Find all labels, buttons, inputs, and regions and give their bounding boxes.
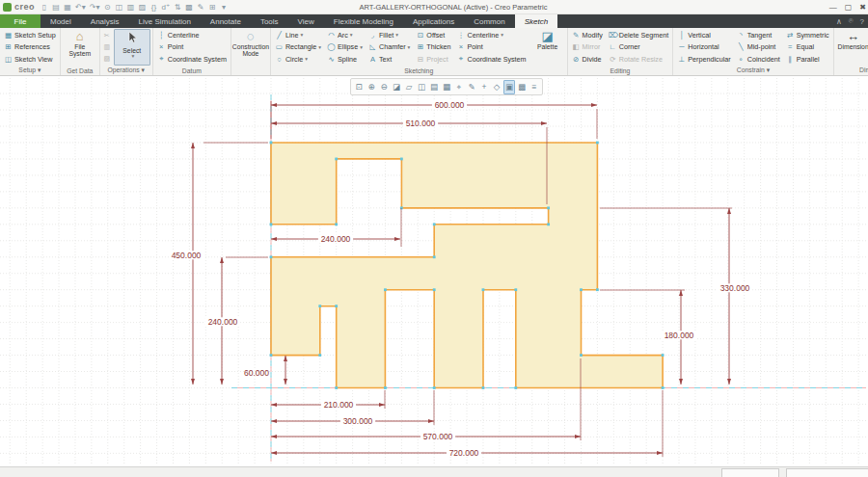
sketch-vertex[interactable] bbox=[433, 223, 436, 225]
sketch-vertex[interactable] bbox=[318, 354, 321, 357]
ribbon-item-chamfer[interactable]: ◺Chamfer▾ bbox=[366, 41, 412, 54]
ribbon-item-coordinate-system[interactable]: ⌖Coordinate System bbox=[454, 53, 528, 66]
display-style-icon[interactable]: ◫ bbox=[416, 80, 427, 94]
sketch-vertex[interactable] bbox=[662, 386, 665, 389]
sketch-canvas[interactable]: ⊡⊕⊖◪▱◫▤▦⌖✎+◇▣▩≡ 600.000510.000240.000210… bbox=[0, 76, 868, 466]
ribbon-item-perpendicular[interactable]: ⊥Perpendicular bbox=[675, 53, 732, 66]
ribbon-item-line[interactable]: ╱Line▾ bbox=[273, 29, 323, 41]
sketch-vertex[interactable] bbox=[270, 142, 273, 145]
sketch-vertex[interactable] bbox=[596, 288, 599, 291]
sketch-vertex[interactable] bbox=[482, 386, 485, 389]
sketch-vertex[interactable] bbox=[580, 354, 583, 357]
ribbon-item-arc[interactable]: ◠Arc▾ bbox=[325, 29, 365, 41]
ribbon-item-divide[interactable]: ⊘Divide bbox=[570, 53, 605, 66]
sketch-vertex[interactable] bbox=[580, 288, 583, 291]
ribbon-item-sketch-setup[interactable]: ▦Sketch Setup bbox=[2, 29, 58, 41]
zoom-out-icon[interactable]: ⊖ bbox=[378, 80, 390, 94]
dimension-value[interactable]: 240.000 bbox=[321, 234, 351, 244]
regenerate-icon[interactable]: ⊙ bbox=[103, 3, 111, 12]
tab-annotate[interactable]: Annotate bbox=[201, 14, 251, 28]
dimension-value[interactable]: 180.000 bbox=[665, 331, 694, 340]
zoom-in-icon[interactable]: ⊕ bbox=[366, 80, 377, 94]
datum-plus-icon[interactable]: d⁺ bbox=[161, 3, 170, 12]
dimension-value[interactable]: 210.000 bbox=[324, 400, 354, 410]
saved-orientations-icon[interactable]: ▤ bbox=[428, 80, 440, 94]
sketch-vertex[interactable] bbox=[335, 158, 338, 161]
ribbon-item-offset[interactable]: ⊡Offset bbox=[414, 29, 452, 41]
sketch-vertex[interactable] bbox=[270, 354, 273, 357]
selection-filter-box[interactable] bbox=[786, 468, 868, 477]
datum-display-filters-icon[interactable]: ⌖ bbox=[453, 80, 465, 94]
refit-icon[interactable]: ⊡ bbox=[353, 80, 365, 94]
sketch-vertex[interactable] bbox=[384, 386, 387, 389]
tab-view[interactable]: View bbox=[288, 14, 324, 28]
undo-icon[interactable]: ↶▾ bbox=[75, 3, 86, 12]
braces-icon[interactable]: {} bbox=[149, 3, 157, 12]
tab-sketch[interactable]: Sketch bbox=[515, 14, 557, 28]
view-manager-icon[interactable]: ▦ bbox=[441, 80, 452, 94]
ribbon-item-spline[interactable]: ∿Spline bbox=[325, 53, 365, 66]
windows-icon[interactable]: ◫ bbox=[115, 3, 122, 12]
ribbon-item-point[interactable]: ×Point bbox=[155, 41, 229, 54]
command-search-icon[interactable]: ⌾ bbox=[849, 16, 854, 26]
sketch-vertex[interactable] bbox=[433, 288, 436, 291]
dimension-value[interactable]: 720.000 bbox=[449, 448, 479, 458]
dimension-value[interactable]: 570.000 bbox=[423, 432, 453, 441]
ribbon-item-corner[interactable]: ∟Corner bbox=[607, 41, 671, 54]
redo-icon[interactable]: ↷▾ bbox=[90, 3, 100, 12]
grid-icon[interactable]: ▩ bbox=[185, 3, 193, 12]
tab-common[interactable]: Common bbox=[464, 14, 514, 28]
ribbon-item-coordinate-system[interactable]: ⌖Coordinate System bbox=[155, 53, 229, 66]
ribbon-item-centerline[interactable]: ┆Centerline bbox=[155, 29, 229, 41]
ribbon-button-file-system[interactable]: ⌂File System bbox=[63, 29, 97, 66]
sketch-vertex[interactable] bbox=[270, 255, 273, 258]
gallery-floorplan-polygon[interactable] bbox=[271, 143, 663, 388]
restore-button[interactable]: ▢ bbox=[845, 3, 853, 12]
sketch-vertex[interactable] bbox=[400, 158, 403, 161]
close-button[interactable]: ✖ bbox=[859, 3, 866, 12]
ribbon-group-label[interactable]: Constrain ▾ bbox=[675, 66, 830, 75]
tab-live-simulation[interactable]: Live Simulation bbox=[129, 14, 201, 28]
ribbon-group-label[interactable]: Operations ▾ bbox=[102, 66, 150, 75]
spin-center-icon[interactable]: + bbox=[478, 80, 490, 94]
sketch-vertex[interactable] bbox=[335, 223, 338, 225]
minimize-ribbon-icon[interactable]: ∧ bbox=[836, 17, 842, 26]
ribbon-button-construction-mode[interactable]: ◌Construction Mode bbox=[233, 29, 268, 66]
sketch-vertex[interactable] bbox=[433, 386, 436, 389]
sketch-vertex[interactable] bbox=[335, 386, 338, 389]
ribbon-button-palette[interactable]: ◪Palette bbox=[530, 29, 565, 66]
ribbon-item-centerline[interactable]: ⋮Centerline▾ bbox=[454, 29, 528, 41]
sketch-drawing-area[interactable]: 600.000510.000240.000210.000300.000570.0… bbox=[0, 76, 868, 466]
dimension-value[interactable]: 300.000 bbox=[343, 416, 373, 426]
sketch-vertex[interactable] bbox=[433, 255, 436, 258]
sketch-display-filters-icon[interactable]: ▩ bbox=[516, 80, 528, 94]
sketch-vertex[interactable] bbox=[514, 386, 517, 389]
paste-icon[interactable]: ▨ bbox=[138, 3, 146, 12]
constraint-display-icon[interactable]: ≡ bbox=[529, 80, 540, 94]
tab-model[interactable]: Model bbox=[41, 14, 81, 28]
analysis-icon[interactable]: ⊞ bbox=[208, 3, 216, 12]
sketch-orientation-icon[interactable]: ▣ bbox=[503, 80, 515, 94]
annotation-display-icon[interactable]: ✎ bbox=[466, 80, 477, 94]
sketch-vertex[interactable] bbox=[384, 288, 387, 291]
dimension-value[interactable]: 510.000 bbox=[406, 119, 436, 128]
ribbon-item-horizontal[interactable]: ─Horizontal bbox=[675, 41, 732, 54]
ribbon-item-rectangle[interactable]: ▭Rectangle▾ bbox=[273, 41, 323, 54]
ribbon-item-symmetric[interactable]: ⇄Symmetric bbox=[784, 29, 831, 41]
ribbon-item-parallel[interactable]: ∥Parallel bbox=[784, 53, 831, 66]
sketch-vertex[interactable] bbox=[335, 305, 338, 307]
perspective-icon[interactable]: ◇ bbox=[491, 80, 502, 94]
ribbon-item-mid-point[interactable]: ╲Mid-point bbox=[735, 41, 782, 54]
ribbon-item-circle[interactable]: ○Circle▾ bbox=[273, 53, 323, 66]
tab-analysis[interactable]: Analysis bbox=[81, 14, 129, 28]
ribbon-item-sketch-view[interactable]: ◫Sketch View bbox=[2, 53, 58, 66]
save-icon[interactable]: ▦ bbox=[64, 3, 71, 12]
tab-flexible-modeling[interactable]: Flexible Modeling bbox=[324, 14, 403, 28]
ribbon-item-references[interactable]: ⊞References bbox=[2, 41, 58, 54]
tab-applications[interactable]: Applications bbox=[403, 14, 464, 28]
dimension-value[interactable]: 240.000 bbox=[208, 317, 238, 327]
status-field[interactable] bbox=[721, 468, 779, 477]
dimension-value[interactable]: 60.000 bbox=[244, 368, 269, 378]
tab-file[interactable]: File bbox=[0, 14, 41, 28]
ribbon-item-modify[interactable]: ✎Modify bbox=[570, 29, 605, 41]
